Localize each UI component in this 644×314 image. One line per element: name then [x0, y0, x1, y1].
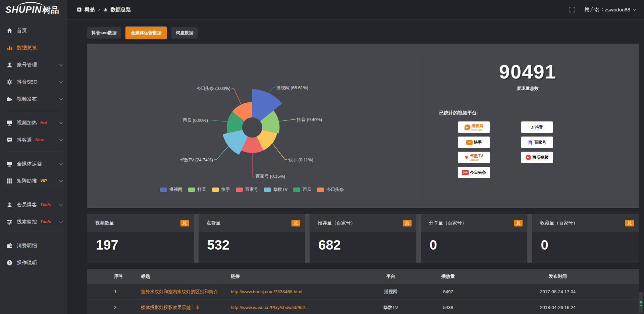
- sidebar-divider: [5, 151, 62, 151]
- breadcrumb: 树品 > 数据总览: [77, 6, 131, 13]
- topbar-right: 用户名： zswodun88: [570, 6, 635, 13]
- platform-logo-3: 百百家号: [521, 137, 553, 148]
- cell-published: 2017-08-24 17:04: [477, 284, 639, 300]
- stat-card-total-badge: 总: [403, 220, 412, 226]
- stat-card-header: 收藏量（百家号）总: [532, 214, 639, 232]
- platform-sub: wasu.cn: [470, 159, 479, 161]
- sidebar-item-badge: New: [35, 138, 44, 142]
- table-row-1: 2楼体投影灯投影效果震撼上市http://www.wasu.cn/Play/sh…: [87, 300, 639, 314]
- question-icon: ?: [7, 260, 12, 266]
- sidebar-item-7[interactable]: 全媒体运营: [0, 156, 67, 171]
- cell-published: 2018-04-26 16:24: [477, 300, 639, 314]
- baijiahao-icon: 百: [528, 139, 533, 146]
- legend-label: 快手: [221, 187, 230, 193]
- stat-card-header: 分享量（百家号）总: [421, 214, 528, 232]
- sidebar-item-label: 账号管理: [17, 62, 37, 68]
- video-icon: [7, 96, 12, 102]
- pie-label-line: [209, 120, 227, 122]
- person-icon: [7, 202, 12, 208]
- platform-logo-6: 头条今日头条: [458, 167, 490, 178]
- stat-card-value: 197: [96, 238, 194, 253]
- table-header-checkbox: [87, 269, 111, 284]
- cell-index: 2: [111, 300, 138, 314]
- content: 抖音seo数据全媒体运营数据询盘数据 播视网 (65.61%)抖音 (9.40%…: [67, 19, 644, 314]
- wasu-icon: ✱: [465, 155, 469, 160]
- toutiao-icon: 头条: [462, 170, 469, 175]
- breadcrumb-current[interactable]: 数据总览: [111, 6, 131, 13]
- cell-link[interactable]: http://www.boosj.com/7338468.html: [227, 284, 362, 300]
- sidebar-item-label: 视频发布: [17, 96, 37, 102]
- stat-card-value: 0: [430, 238, 528, 253]
- stat-card-label: 点赞量: [207, 220, 221, 226]
- sidebar-item-2[interactable]: 账号管理: [0, 57, 67, 72]
- platform-name: 西瓜视频: [532, 155, 548, 159]
- home-icon: [7, 28, 12, 34]
- platform-logo-2: ●▪快手: [458, 137, 490, 148]
- chart-panel: 播视网 (65.61%)抖音 (9.40%)快手 (0.11%)百家号 (0.1…: [87, 44, 639, 208]
- sidebar-item-label: 矩阵助推: [17, 178, 37, 184]
- platform-name: 抖音: [535, 125, 543, 129]
- pie-label-line: [232, 88, 241, 104]
- cell-title[interactable]: 室外水纹灯和室内水纹灯的区别和简介: [138, 284, 227, 300]
- pie-label: 今日头条 (0.00%): [197, 86, 230, 91]
- platform-logo-0: ▶播视网boosj.com: [458, 121, 490, 133]
- stat-card-label: 视频数量: [95, 220, 114, 226]
- legend-item-2[interactable]: 快手: [212, 187, 230, 193]
- table-row-0: 1室外水纹灯和室内水纹灯的区别和简介http://www.boosj.com/7…: [87, 284, 639, 300]
- legend-item-0[interactable]: 播视网: [160, 187, 182, 193]
- legend-item-5[interactable]: 西瓜: [293, 187, 311, 193]
- stat-card-value: 532: [207, 238, 305, 253]
- sidebar-item-10[interactable]: 线索监控Tools: [0, 214, 67, 229]
- legend-item-4[interactable]: 华数TV: [264, 187, 288, 193]
- sidebar-item-label: 数据总览: [17, 45, 37, 51]
- legend-item-1[interactable]: 抖音: [188, 187, 206, 193]
- sidebar-item-5[interactable]: 视频加热Hot: [0, 115, 67, 130]
- sidebar-item-4[interactable]: 视频发布: [0, 91, 67, 107]
- stat-card-label: 推荐量（百家号）: [318, 220, 355, 226]
- logo-text-cn: 树品: [42, 4, 59, 15]
- fullscreen-icon[interactable]: [570, 7, 575, 12]
- platform-name: 华数TV: [470, 154, 483, 158]
- cell-platform: 播视网: [362, 284, 419, 300]
- username-value: zswodun88: [605, 7, 630, 12]
- cell-title[interactable]: 楼体投影灯投影效果震撼上市: [138, 300, 227, 314]
- cell-link[interactable]: http://www.wasu.cn/Play/show/id/952...: [227, 300, 362, 314]
- xigua-icon: ▶: [526, 155, 531, 160]
- cell-index: 1: [111, 284, 138, 300]
- sidebar-item-12[interactable]: ?操作说明: [0, 255, 67, 270]
- platform-name: 播视网: [472, 124, 484, 128]
- chevron-down-icon: [59, 202, 63, 206]
- sidebar-item-6[interactable]: 抖客通New: [0, 132, 67, 148]
- stat-card-header: 推荐量（百家号）总: [310, 214, 416, 232]
- legend-item-3[interactable]: 百家号: [236, 187, 258, 193]
- platform-logo-5: ▶西瓜视频: [521, 152, 553, 163]
- legend-item-6[interactable]: 今日头条: [317, 187, 344, 193]
- sidebar-nav: 首页数据总览账号管理抖音SEO视频发布视频加热Hot抖客通New全媒体运营矩阵助…: [0, 19, 67, 270]
- gear-icon: [7, 79, 12, 85]
- tab-1[interactable]: 全媒体运营数据: [125, 27, 167, 39]
- breadcrumb-root[interactable]: 树品: [85, 6, 95, 13]
- tab-2[interactable]: 询盘数据: [171, 27, 198, 39]
- total-impressions-value: 90491: [417, 60, 639, 83]
- sidebar-item-9[interactable]: 会员爆客Tools: [0, 197, 67, 212]
- sidebar-item-11[interactable]: 消费明细: [0, 238, 67, 253]
- chevron-down-icon: [59, 219, 63, 223]
- user-menu[interactable]: 用户名： zswodun88: [585, 6, 635, 13]
- stat-card-total-badge: 总: [625, 220, 634, 226]
- pie-label: 华数TV (24.74%): [180, 157, 213, 162]
- stat-card-value: 682: [318, 238, 416, 253]
- sidebar-item-label: 线索监控: [17, 219, 37, 225]
- main-area: 树品 > 数据总览 用户名： zswodun88 抖音seo数据全媒体运营数据询…: [67, 0, 644, 314]
- sidebar-item-1[interactable]: 数据总览: [0, 40, 67, 55]
- sidebar-item-badge: Hot: [40, 120, 47, 125]
- scroll-widget[interactable]: [639, 293, 643, 313]
- tab-0[interactable]: 抖音seo数据: [87, 27, 121, 39]
- videos-table: 序号标题链接平台播放量发布时间 1室外水纹灯和室内水纹灯的区别和简介http:/…: [87, 269, 639, 314]
- sidebar-item-badge: Tools: [40, 219, 51, 224]
- platform-name: 百家号: [534, 140, 546, 144]
- sidebar-item-0[interactable]: 首页: [0, 23, 67, 38]
- sidebar-divider: [5, 110, 62, 110]
- sidebar-item-3[interactable]: 抖音SEO: [0, 74, 67, 90]
- videos-table-wrap: 序号标题链接平台播放量发布时间 1室外水纹灯和室内水纹灯的区别和简介http:/…: [87, 269, 639, 314]
- sidebar-item-8[interactable]: 矩阵助推VIP: [0, 173, 67, 189]
